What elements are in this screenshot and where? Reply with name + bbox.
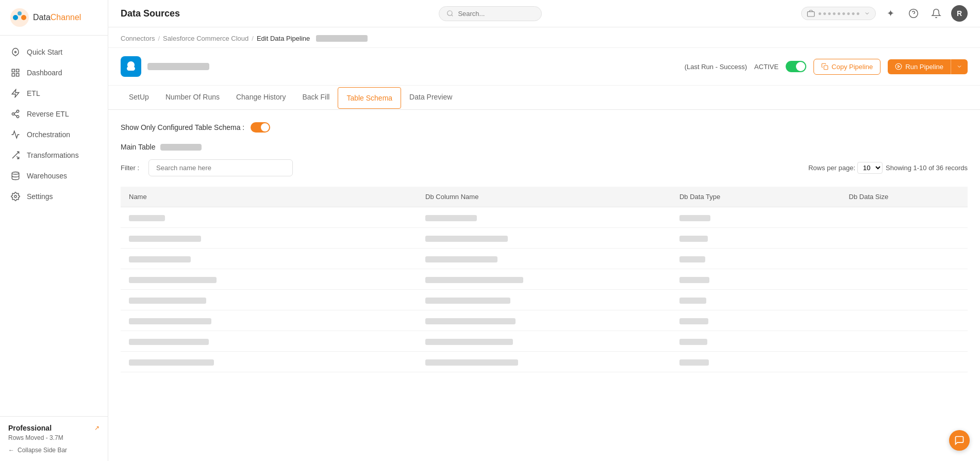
tab-change-history[interactable]: Change History <box>228 86 294 109</box>
run-pipeline-dropdown[interactable] <box>951 59 968 74</box>
table-cell-name <box>121 310 417 331</box>
search-bar[interactable] <box>439 6 542 21</box>
breadcrumb-connectors[interactable]: Connectors <box>121 35 155 42</box>
shuffle-icon <box>10 150 21 160</box>
ai-button[interactable]: ✦ <box>883 6 899 21</box>
sidebar-item-orchestration[interactable]: Orchestration <box>0 124 108 145</box>
svg-rect-6 <box>16 69 19 72</box>
plan-name: Professional <box>8 424 52 432</box>
tabs-bar: SetUp Number Of Runs Change History Back… <box>108 86 980 110</box>
sidebar-item-label: Reverse ETL <box>27 110 69 118</box>
table-cell-name <box>121 249 417 269</box>
table-row <box>121 228 968 249</box>
rows-moved: Rows Moved - 3.7M <box>8 434 99 441</box>
active-toggle[interactable] <box>786 61 806 72</box>
toggle-orange-thumb <box>261 123 269 131</box>
table-cell-db-size <box>841 310 968 331</box>
sidebar-item-label: Dashboard <box>27 69 62 77</box>
table-cell-db-type <box>671 228 841 249</box>
sidebar-item-transformations[interactable]: Transformations <box>0 145 108 166</box>
tab-data-preview[interactable]: Data Preview <box>401 86 460 109</box>
filter-label: Filter : <box>121 164 141 172</box>
notification-button[interactable] <box>928 6 944 21</box>
sidebar-item-warehouses[interactable]: Warehouses <box>0 166 108 186</box>
grid-icon <box>10 68 21 78</box>
configured-schema-toggle[interactable] <box>251 122 270 133</box>
table-cell-db-type <box>671 352 841 372</box>
datachannel-logo-icon <box>10 8 29 27</box>
sidebar-item-label: Settings <box>27 192 53 201</box>
table-row <box>121 310 968 331</box>
pipeline-logo <box>121 56 141 77</box>
sidebar: DataChannel Quick Start Dashboard ETL <box>0 0 108 461</box>
settings-icon <box>10 191 21 202</box>
sidebar-item-dashboard[interactable]: Dashboard <box>0 62 108 83</box>
svg-point-1 <box>13 15 18 20</box>
col-name-header: Name <box>121 187 417 207</box>
external-link-icon[interactable]: ↗ <box>94 424 99 432</box>
table-cell-name <box>121 352 417 372</box>
table-row <box>121 249 968 269</box>
share-icon <box>10 109 21 119</box>
svg-point-18 <box>14 195 17 198</box>
rows-per-page-select[interactable]: 10 25 50 <box>857 162 883 174</box>
main-table-label: Main Table <box>121 143 155 151</box>
table-cell-db-col <box>417 207 671 228</box>
chat-bubble[interactable] <box>949 430 970 451</box>
sidebar-bottom: Professional ↗ Rows Moved - 3.7M ← Colla… <box>0 416 108 461</box>
copy-pipeline-button[interactable]: Copy Pipeline <box>813 59 881 75</box>
help-button[interactable] <box>906 6 921 21</box>
tab-table-schema[interactable]: Table Schema <box>338 87 401 109</box>
table-cell-db-col <box>417 290 671 310</box>
svg-point-2 <box>21 15 26 20</box>
table-cell-name <box>121 331 417 352</box>
showing-records: Showing 1-10 of 36 records <box>886 164 968 172</box>
account-selector[interactable]: ●●●●●●●●● <box>801 7 876 20</box>
table-cell-db-size <box>841 207 968 228</box>
activity-icon <box>10 129 21 140</box>
sidebar-logo: DataChannel <box>0 0 108 36</box>
run-pipeline-button[interactable]: Run Pipeline <box>888 59 951 74</box>
logo-text: DataChannel <box>33 13 81 22</box>
svg-line-14 <box>14 112 16 113</box>
pipeline-left <box>121 56 209 77</box>
sidebar-item-label: ETL <box>27 89 40 97</box>
breadcrumb-edit-pipeline: Edit Data Pipeline <box>257 35 310 42</box>
tab-number-of-runs[interactable]: Number Of Runs <box>157 86 228 109</box>
svg-line-20 <box>452 15 453 17</box>
pipeline-header: (Last Run - Success) ACTIVE Copy Pipelin… <box>108 48 980 86</box>
sidebar-item-quick-start[interactable]: Quick Start <box>0 42 108 62</box>
zap-icon <box>10 88 21 98</box>
sidebar-item-settings[interactable]: Settings <box>0 186 108 207</box>
table-cell-name <box>121 207 417 228</box>
sidebar-item-etl[interactable]: ETL <box>0 83 108 104</box>
plan-badge: Professional ↗ <box>8 424 99 432</box>
last-run-status: (Last Run - Success) <box>685 63 747 71</box>
schema-table: Name Db Column Name Db Data Type Db Data… <box>121 187 968 372</box>
table-cell-db-col <box>417 352 671 372</box>
col-db-size-header: Db Data Size <box>841 187 968 207</box>
collapse-sidebar-button[interactable]: ← Collapse Side Bar <box>8 447 99 454</box>
breadcrumb-salesforce[interactable]: Salesforce Commerce Cloud <box>163 35 248 42</box>
rows-info: Rows per page: 10 25 50 Showing 1-10 of … <box>808 162 968 174</box>
collapse-arrow-icon: ← <box>8 447 14 454</box>
main-content: Data Sources ●●●●●●●●● ✦ R Connectors <box>108 0 980 461</box>
sidebar-item-label: Quick Start <box>27 48 62 56</box>
bell-icon <box>931 8 941 19</box>
breadcrumb-sep-2: / <box>252 35 254 42</box>
chevron-down-icon <box>956 63 962 70</box>
avatar[interactable]: R <box>951 5 968 22</box>
table-cell-db-type <box>671 207 841 228</box>
tab-back-fill[interactable]: Back Fill <box>294 86 338 109</box>
svg-point-17 <box>12 172 19 175</box>
briefcase-icon <box>807 9 815 18</box>
search-input[interactable] <box>458 10 530 18</box>
header-right: ●●●●●●●●● ✦ R <box>801 5 968 22</box>
table-cell-db-col <box>417 249 671 269</box>
toggle-row: Show Only Configured Table Schema : <box>121 122 968 133</box>
salesforce-cloud-icon <box>125 60 137 73</box>
sidebar-item-reverse-etl[interactable]: Reverse ETL <box>0 104 108 124</box>
filter-input[interactable] <box>148 159 293 176</box>
help-circle-icon <box>908 8 919 19</box>
tab-setup[interactable]: SetUp <box>121 86 157 109</box>
